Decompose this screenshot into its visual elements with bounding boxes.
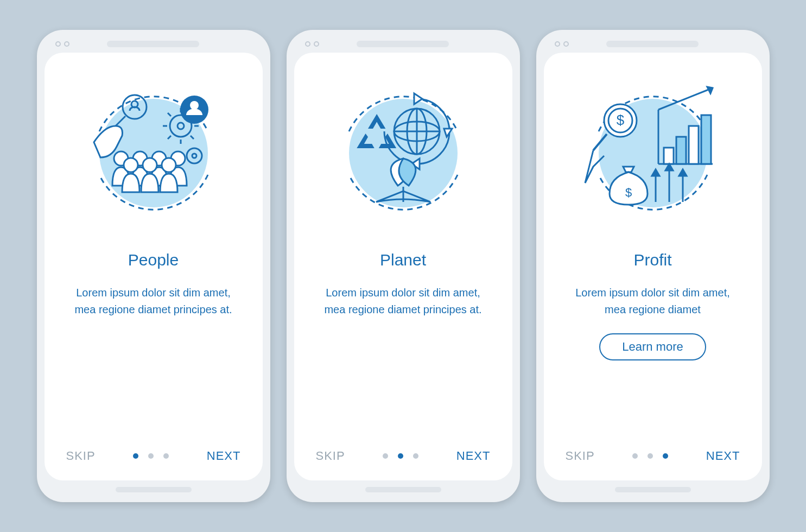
page-dot-2[interactable] <box>648 453 653 459</box>
onboarding-footer: SKIP NEXT <box>544 449 762 463</box>
skip-button[interactable]: SKIP <box>66 449 96 463</box>
onboarding-title: People <box>128 251 179 269</box>
onboarding-description: Lorem ipsum dolor sit dim amet, mea regi… <box>67 284 240 318</box>
hardware-bottom <box>365 487 441 492</box>
svg-rect-33 <box>701 115 711 164</box>
next-button[interactable]: NEXT <box>207 449 241 463</box>
svg-text:$: $ <box>625 186 631 199</box>
page-dot-1[interactable] <box>133 453 138 459</box>
svg-rect-31 <box>676 137 686 164</box>
hardware-top <box>544 37 762 53</box>
skip-button[interactable]: SKIP <box>316 449 345 463</box>
page-dot-2[interactable] <box>398 453 403 459</box>
svg-point-6 <box>190 101 199 110</box>
hardware-bottom <box>615 487 691 492</box>
onboarding-screen-3: $ $ Profit Lorem ipsum dolor sit d <box>544 53 762 480</box>
skip-button[interactable]: SKIP <box>566 449 595 463</box>
hardware-top <box>45 37 263 53</box>
phone-frame-2: Planet Lorem ipsum dolor sit dim amet, m… <box>287 30 520 502</box>
page-dot-1[interactable] <box>383 453 388 459</box>
svg-text:$: $ <box>616 112 624 128</box>
svg-marker-34 <box>707 87 713 93</box>
svg-point-14 <box>124 158 138 172</box>
phone-frame-1: People Lorem ipsum dolor sit dim amet, m… <box>37 30 270 502</box>
planet-icon <box>327 77 479 229</box>
hardware-bottom <box>116 487 192 492</box>
page-indicator <box>383 453 418 459</box>
page-dot-1[interactable] <box>632 453 638 459</box>
onboarding-description: Lorem ipsum dolor sit dim amet, mea regi… <box>566 284 740 318</box>
svg-point-15 <box>143 158 157 172</box>
phone-frame-3: $ $ Profit Lorem ipsum dolor sit d <box>536 30 770 502</box>
onboarding-screen-1: People Lorem ipsum dolor sit dim amet, m… <box>45 53 263 480</box>
people-icon <box>78 77 230 229</box>
onboarding-title: Planet <box>380 251 426 269</box>
page-dot-3[interactable] <box>163 453 169 459</box>
page-dot-3[interactable] <box>663 453 668 459</box>
onboarding-footer: SKIP NEXT <box>45 449 263 463</box>
page-indicator <box>133 453 169 459</box>
svg-rect-32 <box>689 126 699 164</box>
onboarding-description: Lorem ipsum dolor sit dim amet, mea regi… <box>316 284 490 318</box>
onboarding-title: Profit <box>633 251 671 269</box>
page-indicator <box>632 453 668 459</box>
profit-icon: $ $ <box>577 77 729 229</box>
svg-rect-30 <box>664 148 674 164</box>
page-dot-3[interactable] <box>413 453 418 459</box>
page-dot-2[interactable] <box>148 453 154 459</box>
onboarding-screen-2: Planet Lorem ipsum dolor sit dim amet, m… <box>294 53 512 480</box>
next-button[interactable]: NEXT <box>706 449 740 463</box>
hardware-top <box>294 37 512 53</box>
onboarding-footer: SKIP NEXT <box>294 449 512 463</box>
learn-more-button[interactable]: Learn more <box>599 333 706 360</box>
next-button[interactable]: NEXT <box>456 449 491 463</box>
svg-point-16 <box>162 158 176 172</box>
